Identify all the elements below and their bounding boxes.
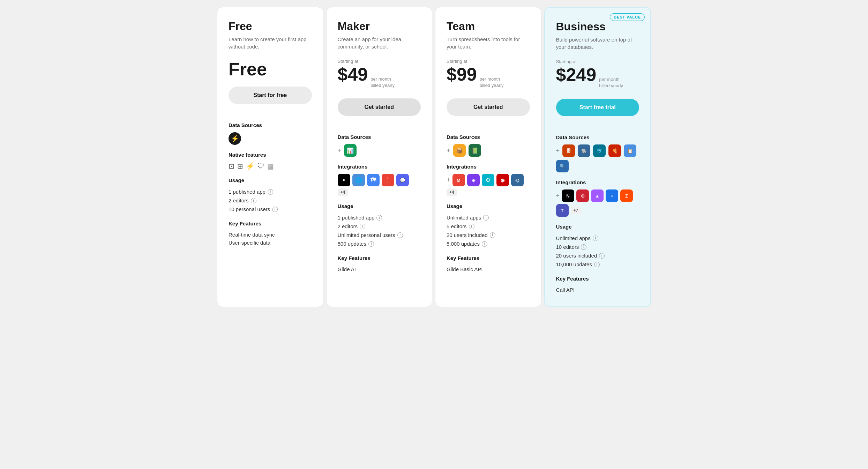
team-int-4: ◉ xyxy=(496,174,509,186)
plan-maker-usage-label: Usage xyxy=(338,203,421,209)
plan-free-features-label: Key Features xyxy=(229,221,312,226)
plus-icon: + xyxy=(338,147,342,154)
plan-business-per-month: per month xyxy=(599,76,623,83)
biz-info-3: i xyxy=(594,262,600,267)
plan-maker-per-month: per month xyxy=(371,76,395,82)
db2-icon: 🐘 xyxy=(578,144,590,157)
pricing-container: Free Learn how to create your first app … xyxy=(217,7,651,307)
plan-business-features-label: Key Features xyxy=(556,276,639,282)
gmail-icon: M xyxy=(452,174,465,186)
biz-int-5: Z xyxy=(620,189,633,202)
team-usage-text-3: 5,000 updates xyxy=(447,241,480,247)
usage-item-2: 10 personal users i xyxy=(229,205,312,214)
maker-usage-text-1: 2 editors xyxy=(338,223,358,229)
plan-team-price: $99 xyxy=(447,65,477,83)
team-int-3: ⏱ xyxy=(482,174,494,186)
biz-usage-2: 20 users included i xyxy=(556,251,639,260)
plan-business-usage-list: Unlimited apps i 10 editors i 20 users i… xyxy=(556,234,639,269)
best-value-badge: BEST VALUE xyxy=(610,13,645,21)
globe-icon: 🌐 xyxy=(352,174,365,186)
plan-maker-name: Maker xyxy=(338,20,421,33)
maker-info-0: i xyxy=(376,215,382,221)
maker-more-badge: +4 xyxy=(338,188,348,196)
db3-icon: 🐬 xyxy=(593,144,606,157)
business-more-badge: +7 xyxy=(571,207,581,214)
plan-business-cta-button[interactable]: Start free trial xyxy=(556,99,639,116)
biz-usage-text-3: 10,000 updates xyxy=(556,261,592,267)
team-usage-0: Unlimited apps i xyxy=(447,213,530,222)
biz-int-6: T xyxy=(556,204,569,217)
plan-team-description: Turn spreadsheets into tools for your te… xyxy=(447,36,530,50)
team-more-badge: +4 xyxy=(447,188,457,196)
maker-info-1: i xyxy=(360,224,365,229)
biz-info-2: i xyxy=(599,253,605,259)
maker-feature-0: Glide AI xyxy=(338,265,421,273)
plan-team-usage-label: Usage xyxy=(447,203,530,209)
maker-info-3: i xyxy=(368,241,374,247)
plan-team-integrations-label: Integrations xyxy=(447,164,530,170)
maker-usage-text-0: 1 published app xyxy=(338,215,375,221)
maker-info-2: i xyxy=(397,232,403,238)
openai-icon: ✦ xyxy=(338,174,350,186)
plan-free-native-label: Native features xyxy=(229,152,312,158)
plan-business-price-row: $249 per month billed yearly xyxy=(556,66,639,89)
plan-business-integrations-label: Integrations xyxy=(556,179,639,185)
db6-icon: 🔍 xyxy=(556,160,569,172)
plan-free-price: Free xyxy=(229,59,312,80)
team-datasource-1: 📦 xyxy=(453,144,466,157)
plan-maker-cta-button[interactable]: Get started xyxy=(338,98,421,116)
plan-business-description: Build powerful software on top of your d… xyxy=(556,36,639,51)
usage-text-0: 1 published app xyxy=(229,189,265,195)
glide-lightning-icon: ⚡ xyxy=(229,132,241,145)
plan-team-data-sources-label: Data Sources xyxy=(447,134,530,140)
plan-business: BEST VALUE Business Build powerful softw… xyxy=(544,7,651,307)
biz-int-3: ▲ xyxy=(591,189,604,202)
plan-maker: Maker Create an app for your idea, commu… xyxy=(326,7,433,307)
db1-icon: 🗄 xyxy=(562,144,575,157)
maker-usage-text-3: 500 updates xyxy=(338,241,367,247)
plan-business-billed: billed yearly xyxy=(599,83,623,89)
maker-usage-3: 500 updates i xyxy=(338,239,421,248)
plan-business-usage-label: Usage xyxy=(556,224,639,230)
plan-free-cta-button[interactable]: Start for free xyxy=(229,87,312,104)
plan-free-data-sources-label: Data Sources xyxy=(229,122,312,128)
plan-business-price: $249 xyxy=(556,66,597,84)
maps2-icon: 📍 xyxy=(382,174,394,186)
plan-team-cta-button[interactable]: Get started xyxy=(447,98,530,116)
plan-free-name: Free xyxy=(229,20,312,33)
team-int-2: ◈ xyxy=(467,174,480,186)
biz-usage-0: Unlimited apps i xyxy=(556,234,639,243)
info-icon-2: i xyxy=(272,207,278,212)
plan-team-data-sources-row: + 📦 📗 xyxy=(447,144,530,157)
plan-team-usage-list: Unlimited apps i 5 editors i 20 users in… xyxy=(447,213,530,248)
maker-usage-0: 1 published app i xyxy=(338,213,421,222)
biz-usage-1: 10 editors i xyxy=(556,243,639,251)
team-info-1: i xyxy=(469,224,474,229)
biz-int-2: ⊕ xyxy=(576,189,589,202)
native-icon-bolt: ⚡ xyxy=(246,162,255,170)
plan-maker-description: Create an app for your idea, community, … xyxy=(338,36,421,50)
plan-team-starting-at: Starting at xyxy=(447,59,530,64)
plan-team-per-month: per month xyxy=(480,76,504,82)
team-usage-text-0: Unlimited apps xyxy=(447,215,481,221)
maker-usage-text-2: Unlimited personal users xyxy=(338,232,395,238)
plan-maker-billed: billed yearly xyxy=(371,82,395,89)
plan-maker-price-row: $49 per month billed yearly xyxy=(338,65,421,89)
biz-info-1: i xyxy=(581,244,586,250)
business-plus-icon: + xyxy=(556,147,560,155)
team-info-0: i xyxy=(483,215,489,221)
biz-int-1: N xyxy=(562,189,574,202)
biz-usage-text-0: Unlimited apps xyxy=(556,235,591,241)
feature-0: Real-time data sync xyxy=(229,231,312,239)
team-usage-text-2: 20 users included xyxy=(447,232,488,238)
team-usage-1: 5 editors i xyxy=(447,222,530,231)
plan-business-data-sources-label: Data Sources xyxy=(556,134,639,140)
native-icon-table: ▦ xyxy=(267,162,274,170)
maker-usage-2: Unlimited personal users i xyxy=(338,231,421,239)
plan-team-billed: billed yearly xyxy=(480,82,504,89)
db4-icon: 🍕 xyxy=(608,144,621,157)
biz-usage-text-2: 20 users included xyxy=(556,253,597,259)
biz-usage-3: 10,000 updates i xyxy=(556,260,639,269)
discord-icon: 💬 xyxy=(396,174,409,186)
biz-int-4: ≡ xyxy=(606,189,618,202)
